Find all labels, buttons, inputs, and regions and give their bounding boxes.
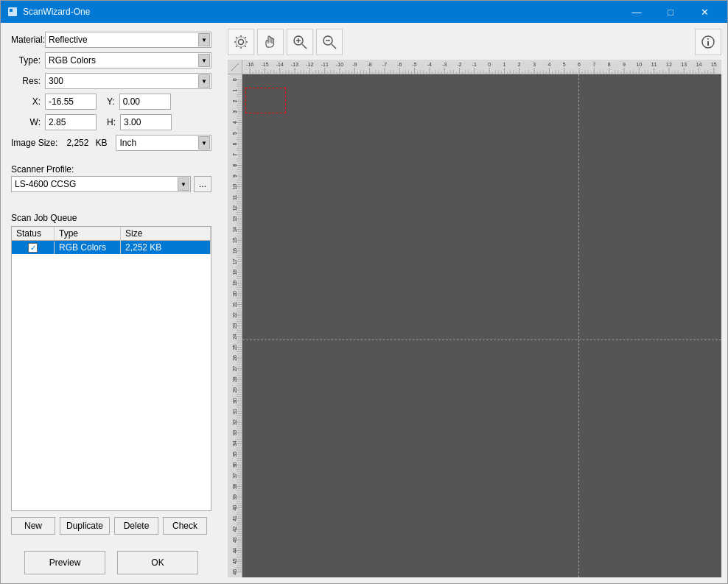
svg-text:9: 9 [623, 62, 626, 67]
preview-button[interactable]: Preview [24, 551, 105, 574]
minimize-button[interactable]: — [620, 1, 654, 23]
scan-job-section: Scan Job Queue Status Type Size ✓ RGB Co… [11, 213, 211, 535]
svg-text:10: 10 [636, 62, 642, 67]
svg-text:13: 13 [232, 216, 237, 222]
svg-text:6: 6 [578, 62, 581, 67]
svg-text:7: 7 [232, 153, 237, 156]
guide-line-h [242, 340, 721, 340]
ruler-horizontal: -16-15-14-13-12-11-10-9-8-7-6-5-4-3-2-10… [242, 60, 721, 74]
selection-rect [245, 88, 286, 113]
svg-text:8: 8 [608, 62, 611, 67]
y-input[interactable] [119, 94, 171, 110]
w-label: W: [11, 117, 41, 127]
svg-text:7: 7 [592, 62, 595, 67]
profile-select[interactable]: LS-4600 CCSG [11, 176, 191, 192]
check-button[interactable]: Check [163, 517, 207, 535]
svg-text:12: 12 [666, 62, 672, 67]
svg-text:44: 44 [232, 548, 237, 554]
svg-text:-15: -15 [261, 62, 268, 67]
svg-text:-9: -9 [352, 62, 357, 67]
svg-text:0: 0 [488, 62, 491, 67]
window-title: ScanWizard-One [23, 7, 90, 17]
svg-text:20: 20 [232, 291, 237, 297]
restore-button[interactable]: □ [654, 1, 687, 23]
zoom-in-toolbar-button[interactable] [287, 29, 313, 55]
row-checkbox-cell: ✓ [12, 242, 55, 254]
ok-button[interactable]: OK [117, 551, 198, 574]
res-row: Res: 75100150 200300 4006001200 ▼ [11, 73, 211, 89]
svg-text:6: 6 [232, 142, 237, 145]
col-header-size: Size [121, 227, 211, 240]
svg-text:28: 28 [232, 376, 237, 382]
table-row[interactable]: ✓ RGB Colors 2,252 KB [12, 241, 211, 254]
h-input[interactable] [120, 114, 172, 130]
col-header-type: Type [55, 227, 121, 240]
svg-text:17: 17 [232, 258, 237, 264]
profile-dots-button[interactable]: ... [194, 176, 211, 192]
type-select[interactable]: RGB Colors Grayscale Black & White [45, 52, 211, 68]
w-input[interactable] [45, 114, 97, 130]
svg-text:42: 42 [232, 527, 237, 532]
content-area: Material: Reflective Transparent ▼ Type:… [1, 23, 727, 583]
title-bar-left: ScanWizard-One [7, 6, 90, 18]
svg-text:45: 45 [232, 558, 237, 564]
svg-text:33: 33 [232, 430, 237, 436]
image-size-unit: KB [95, 138, 107, 148]
svg-text:15: 15 [232, 237, 237, 243]
settings-icon [233, 34, 249, 50]
svg-text:41: 41 [232, 516, 237, 521]
zoom-out-icon [321, 34, 337, 50]
profile-select-wrapper: LS-4600 CCSG ▼ [11, 176, 191, 192]
svg-point-2 [239, 40, 244, 45]
info-icon-area [695, 29, 721, 55]
svg-text:27: 27 [232, 366, 237, 372]
svg-text:21: 21 [232, 301, 237, 307]
svg-text:-3: -3 [442, 62, 447, 67]
main-window: ScanWizard-One — □ ✕ Material: Reflectiv… [0, 0, 728, 584]
row-type: RGB Colors [55, 241, 121, 254]
scan-job-label: Scan Job Queue [11, 213, 211, 223]
zoom-out-toolbar-button[interactable] [316, 29, 343, 55]
xy-row: X: Y: [11, 94, 211, 110]
svg-text:-12: -12 [306, 62, 313, 67]
settings-toolbar-button[interactable] [228, 29, 254, 55]
wh-row: W: H: [11, 114, 211, 130]
svg-text:24: 24 [232, 334, 237, 340]
x-input[interactable] [45, 94, 97, 110]
svg-text:23: 23 [232, 323, 237, 329]
hand-toolbar-button[interactable] [257, 29, 284, 55]
svg-text:12: 12 [232, 205, 237, 211]
svg-text:-4: -4 [427, 62, 432, 67]
job-buttons: New Duplicate Delete Check [11, 517, 211, 535]
scanner-profile-section: Scanner Profile: LS-4600 CCSG ▼ ... [11, 164, 211, 192]
svg-rect-15 [242, 60, 721, 74]
type-label: Type: [11, 55, 41, 66]
h-label: H: [107, 117, 116, 127]
svg-text:16: 16 [232, 248, 237, 254]
svg-text:26: 26 [232, 355, 237, 361]
material-select[interactable]: Reflective Transparent [45, 32, 211, 48]
new-button[interactable]: New [11, 517, 55, 535]
res-select[interactable]: 75100150 200300 4006001200 [45, 73, 211, 89]
svg-point-3 [236, 37, 246, 47]
svg-text:34: 34 [232, 440, 237, 446]
unit-select[interactable]: Inch cm mm pixel [116, 135, 211, 151]
type-select-wrapper: RGB Colors Grayscale Black & White ▼ [45, 52, 211, 68]
right-panel: -16-15-14-13-12-11-10-9-8-7-6-5-4-3-2-10… [222, 23, 727, 583]
toolbar-left [228, 29, 343, 55]
delete-button[interactable]: Delete [114, 517, 158, 535]
bottom-buttons: Preview OK [11, 551, 211, 574]
close-button[interactable]: ✕ [687, 1, 721, 23]
svg-text:2: 2 [518, 62, 521, 67]
svg-text:1: 1 [232, 89, 237, 92]
svg-text:19: 19 [232, 280, 237, 286]
ruler-corner-icon [230, 62, 240, 72]
svg-text:3: 3 [232, 110, 237, 113]
svg-text:4: 4 [232, 121, 237, 124]
info-toolbar-button[interactable] [695, 29, 721, 55]
job-table: Status Type Size ✓ RGB Colors 2,252 KB [11, 226, 211, 511]
duplicate-button[interactable]: Duplicate [60, 517, 110, 535]
svg-text:25: 25 [232, 345, 237, 351]
row-checkbox[interactable]: ✓ [28, 243, 38, 253]
guide-line-v [578, 74, 579, 577]
